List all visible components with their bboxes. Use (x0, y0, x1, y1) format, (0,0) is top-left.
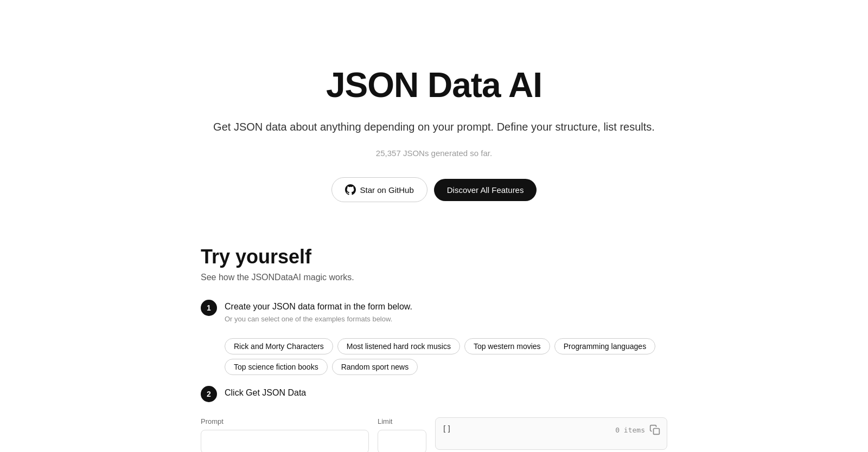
items-count: 0 items (615, 426, 645, 434)
example-western-movies[interactable]: Top western movies (464, 338, 550, 354)
try-subtitle: See how the JSONDataAI magic works. (201, 273, 354, 282)
step-2-content: Click Get JSON Data (225, 386, 306, 398)
limit-input[interactable] (378, 430, 426, 452)
hero-title: JSON Data AI (326, 65, 542, 105)
items-badge: 0 items (615, 424, 660, 435)
example-sci-fi-books[interactable]: Top science fiction books (225, 359, 328, 375)
page-container: JSON Data AI Get JSON data about anythin… (0, 0, 868, 452)
limit-label: Limit (378, 417, 426, 425)
try-section: Try yourself See how the JSONDataAI magi… (190, 246, 678, 409)
step-1-label: Create your JSON data format in the form… (225, 302, 412, 312)
bottom-row: Prompt Limit [] 0 items (201, 417, 667, 452)
hero-subtitle: Get JSON data about anything depending o… (213, 118, 655, 135)
discover-button[interactable]: Discover All Features (434, 179, 537, 201)
copy-icon[interactable] (649, 424, 660, 435)
example-programming[interactable]: Programming languages (554, 338, 656, 354)
step-1-number: 1 (201, 300, 217, 316)
examples-row: Rick and Morty Characters Most listened … (225, 338, 667, 375)
svg-rect-0 (654, 429, 660, 435)
discover-button-label: Discover All Features (447, 185, 524, 195)
step-1-hint: Or you can select one of the examples fo… (225, 315, 412, 323)
step-1-content: Create your JSON data format in the form… (225, 300, 412, 330)
hero-section: JSON Data AI Get JSON data about anythin… (190, 65, 678, 246)
limit-group: Limit (378, 417, 426, 452)
prompt-label: Prompt (201, 417, 369, 425)
example-hard-rock[interactable]: Most listened hard rock musics (337, 338, 460, 354)
json-output: [] 0 items (435, 417, 667, 450)
hero-stats: 25,357 JSONs generated so far. (376, 148, 492, 158)
example-sport-news[interactable]: Random sport news (332, 359, 418, 375)
hero-buttons: Star on GitHub Discover All Features (331, 177, 537, 202)
github-button-label: Star on GitHub (360, 185, 414, 195)
step-2: 2 Click Get JSON Data (201, 386, 667, 402)
github-button[interactable]: Star on GitHub (331, 177, 427, 202)
step-2-label: Click Get JSON Data (225, 388, 306, 398)
step-2-number: 2 (201, 386, 217, 402)
step-1: 1 Create your JSON data format in the fo… (201, 300, 667, 330)
example-rick-morty[interactable]: Rick and Morty Characters (225, 338, 333, 354)
prompt-group: Prompt (201, 417, 369, 452)
prompt-input[interactable] (201, 430, 369, 452)
bottom-section: Prompt Limit [] 0 items (190, 417, 678, 452)
github-icon (345, 184, 356, 195)
json-content: [] (442, 424, 451, 433)
try-title: Try yourself (201, 246, 311, 268)
